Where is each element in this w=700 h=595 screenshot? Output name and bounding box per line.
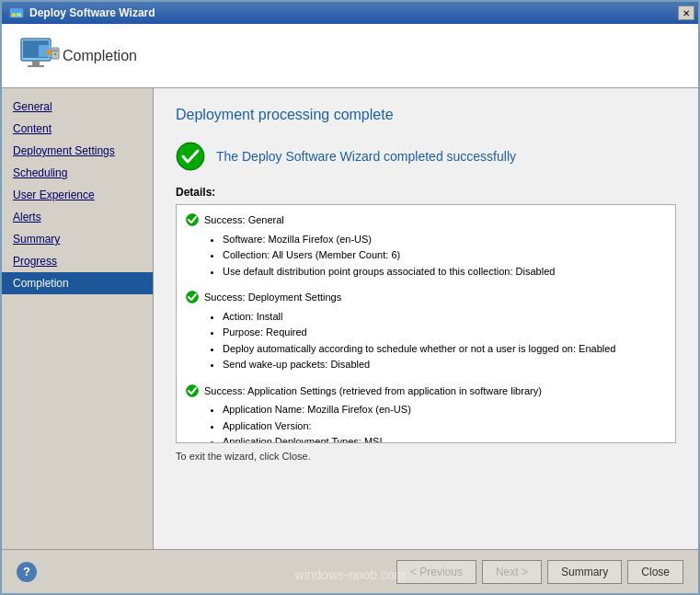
close-window-button[interactable]: ✕ [678,6,694,20]
list-item: Application Name: Mozilla Firefox (en-US… [223,402,666,418]
sidebar-item-progress[interactable]: Progress [2,250,153,272]
wizard-nav: General Content Deployment Settings Sche… [2,88,154,549]
check-icon-deployment [186,291,199,303]
footer-left: ? [17,562,37,582]
sidebar-item-general[interactable]: General [2,96,153,118]
details-label: Details: [176,186,676,199]
sidebar-item-deployment-settings[interactable]: Deployment Settings [2,140,153,162]
sidebar-item-summary[interactable]: Summary [2,228,153,250]
svg-point-3 [12,13,16,17]
detail-section-appsettings: Success: Application Settings (retrieved… [186,383,666,444]
close-button[interactable]: Close [627,560,683,584]
detail-header-deployment: Success: Deployment Settings [204,290,341,305]
detail-list-deployment: Action: Install Purpose: Required Deploy… [186,309,666,372]
sidebar-item-content[interactable]: Content [2,118,153,140]
detail-section-general: Success: General Software: Mozilla Firef… [186,212,666,279]
sidebar-item-completion[interactable]: Completion [2,272,153,294]
help-button[interactable]: ? [17,562,37,582]
summary-button[interactable]: Summary [547,560,622,584]
previous-button[interactable]: < Previous [396,560,476,584]
sidebar-item-scheduling[interactable]: Scheduling [2,162,153,184]
wizard-footer: ? < Previous Next > Summary Close [2,549,698,593]
content-title: Deployment processing complete [176,107,676,123]
wizard-content: Deployment processing complete The Deplo… [154,88,698,549]
details-box[interactable]: Success: General Software: Mozilla Firef… [176,204,676,443]
detail-section-deployment: Success: Deployment Settings Action: Ins… [186,290,666,372]
exit-note: To exit the wizard, click Close. [176,451,676,462]
wizard-body: General Content Deployment Settings Sche… [2,88,698,549]
wizard-header: Completion [2,24,698,88]
svg-rect-7 [32,61,40,65]
success-icon [176,142,205,171]
success-banner: The Deploy Software Wizard completed suc… [176,142,676,171]
list-item: Deploy automatically according to schedu… [223,341,666,357]
list-item: Use default distribution point groups as… [223,264,666,280]
wizard-header-icon [17,31,63,80]
list-item: Software: Mozilla Firefox (en-US) [223,232,666,247]
list-item: Collection: All Users (Member Count: 6) [223,247,666,263]
list-item: Purpose: Required [223,325,666,340]
svg-point-14 [177,143,204,170]
list-item: Send wake-up packets: Disabled [223,357,666,372]
svg-rect-12 [52,50,58,51]
svg-rect-4 [17,13,21,16]
footer-right: < Previous Next > Summary Close [396,560,683,584]
detail-list-general: Software: Mozilla Firefox (en-US) Collec… [186,232,666,280]
list-item: Action: Install [223,309,666,325]
wizard-header-title: Completion [63,48,137,64]
window-icon [9,6,24,20]
svg-rect-8 [28,65,44,67]
title-bar-buttons: ✕ [678,6,694,20]
next-button[interactable]: Next > [482,560,542,584]
list-item: Application Version: [223,418,666,434]
title-bar: Deploy Software Wizard ✕ [2,2,698,24]
sidebar-item-alerts[interactable]: Alerts [2,206,153,228]
success-message: The Deploy Software Wizard completed suc… [216,149,516,164]
wizard-window: Deploy Software Wizard ✕ [0,0,700,595]
sidebar-item-user-experience[interactable]: User Experience [2,184,153,206]
svg-rect-2 [10,8,23,10]
check-icon-appsettings [186,384,199,397]
svg-point-13 [54,53,56,55]
detail-header-appsettings: Success: Application Settings (retrieved… [204,383,542,399]
detail-header-general: Success: General [204,212,284,228]
detail-list-appsettings: Application Name: Mozilla Firefox (en-US… [186,402,666,443]
list-item: Application Deployment Types: MSI [223,434,666,443]
check-icon-general [186,213,199,226]
title-bar-text: Deploy Software Wizard [9,6,155,20]
